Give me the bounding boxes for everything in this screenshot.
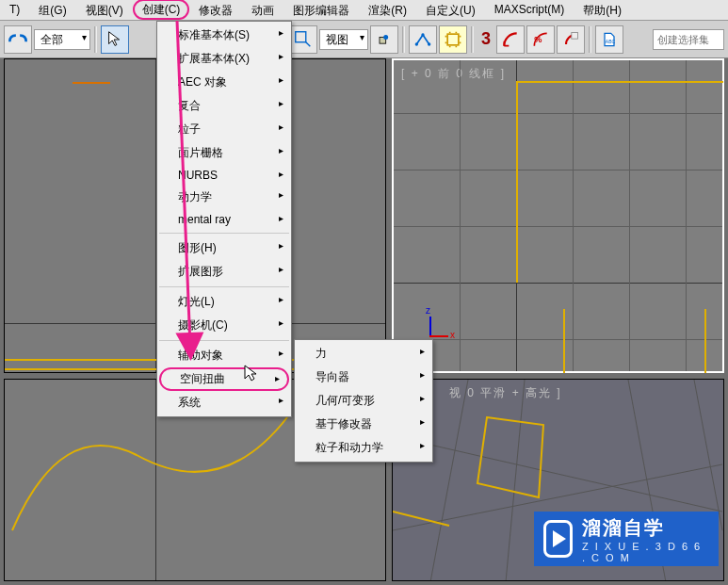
menu-cameras[interactable]: 摄影机(C) <box>157 314 291 337</box>
cursor-icon <box>243 364 260 382</box>
svg-point-2 <box>383 35 388 40</box>
menu-mentalray[interactable]: mental ray <box>157 209 291 230</box>
submenu-particles-dynamics[interactable]: 粒子和动力学 <box>295 436 432 460</box>
menu-shapes[interactable]: 图形(H) <box>157 236 291 260</box>
toolbar: 全部 视图 3 % ABC <box>0 21 728 58</box>
menu-lights[interactable]: 灯光(L) <box>157 290 291 314</box>
menu-separator <box>159 340 289 341</box>
link-icon[interactable] <box>4 25 32 54</box>
menu-helpers[interactable]: 辅助对象 <box>157 344 291 367</box>
menu-separator <box>159 233 289 234</box>
viewport-top-right[interactable]: [ + 0 前 0 线框 ] xz <box>392 58 724 373</box>
menu-customize[interactable]: 自定义(U) <box>416 0 485 20</box>
svg-point-4 <box>421 33 424 36</box>
snap-spinner-icon[interactable] <box>557 25 585 54</box>
axis-constraint-icon[interactable] <box>409 25 437 54</box>
watermark-title: 溜溜自学 <box>582 515 709 541</box>
menu-nurbs[interactable]: NURBS <box>157 165 291 186</box>
watermark: 溜溜自学 Z I X U E . 3 D 6 6 . C O M <box>534 512 719 566</box>
svg-point-3 <box>415 42 418 45</box>
menu-dynamics[interactable]: 动力学 <box>157 186 291 209</box>
menu-compound[interactable]: 复合 <box>157 94 291 118</box>
coord-icon[interactable] <box>289 25 317 54</box>
submenu-geo-deformable[interactable]: 几何/可变形 <box>295 389 432 413</box>
menu-render[interactable]: 渲染(R) <box>359 0 416 20</box>
play-icon <box>543 520 573 558</box>
menu-standard-primitives[interactable]: 标准基本体(S) <box>157 24 291 47</box>
pivot-icon[interactable] <box>370 25 398 54</box>
space-warp-submenu: 力 导向器 几何/可变形 基于修改器 粒子和动力学 <box>294 339 433 463</box>
svg-line-13 <box>506 380 525 580</box>
submenu-forces[interactable]: 力 <box>295 342 432 366</box>
menu-modifiers[interactable]: 修改器 <box>189 0 242 20</box>
menu-systems[interactable]: 系统 <box>157 391 291 414</box>
create-menu: 标准基本体(S) 扩展基本体(X) AEC 对象 复合 粒子 面片栅格 NURB… <box>156 21 292 417</box>
menu-t[interactable]: T) <box>0 0 29 20</box>
select-icon[interactable] <box>101 25 129 54</box>
svg-line-15 <box>694 380 722 530</box>
watermark-url: Z I X U E . 3 D 6 6 . C O M <box>582 541 709 563</box>
selection-set-input[interactable] <box>653 29 724 50</box>
toolbar-three: 3 <box>477 29 494 49</box>
select-object-icon[interactable] <box>439 25 467 54</box>
menu-maxscript[interactable]: MAXScript(M) <box>485 0 574 20</box>
menu-space-warp[interactable]: 空间扭曲 <box>159 367 289 391</box>
snap-percent-icon[interactable]: % <box>526 25 555 54</box>
menu-extended-primitives[interactable]: 扩展基本体(X) <box>157 47 291 71</box>
scope-dropdown[interactable]: 全部 <box>34 29 90 50</box>
svg-line-12 <box>430 380 468 580</box>
menu-help[interactable]: 帮助(H) <box>574 0 631 20</box>
svg-rect-0 <box>296 31 306 41</box>
svg-rect-8 <box>572 32 578 39</box>
submenu-modifier-based[interactable]: 基于修改器 <box>295 413 432 436</box>
svg-line-16 <box>393 512 449 526</box>
toolbar-sep <box>589 26 591 53</box>
menu-patch-grids[interactable]: 面片栅格 <box>157 141 291 165</box>
toolbar-sep <box>94 26 97 53</box>
view-dropdown[interactable]: 视图 <box>319 29 368 50</box>
menubar: T) 组(G) 视图(V) 创建(C) 修改器 动画 图形编辑器 渲染(R) 自… <box>0 0 728 21</box>
svg-point-5 <box>428 42 430 45</box>
menu-particles[interactable]: 粒子 <box>157 118 291 141</box>
menu-separator <box>159 286 289 287</box>
menu-aec-objects[interactable]: AEC 对象 <box>157 71 291 94</box>
menu-view[interactable]: 视图(V) <box>76 0 133 20</box>
named-sel-icon[interactable]: ABC <box>595 25 623 54</box>
svg-text:ABC: ABC <box>606 39 616 44</box>
viewport-area: [ + 0 前 0 线框 ] xz 视 0 平滑 + 高光 ] <box>0 58 728 585</box>
toolbar-sep <box>471 26 474 53</box>
menu-group[interactable]: 组(G) <box>29 0 75 20</box>
toolbar-sep <box>402 26 405 53</box>
menu-graph-editors[interactable]: 图形编辑器 <box>283 0 359 20</box>
viewport-label-front: [ + 0 前 0 线框 ] <box>401 66 506 82</box>
menu-extended-shapes[interactable]: 扩展图形 <box>157 260 291 284</box>
snap-angle-icon[interactable] <box>496 25 525 54</box>
menu-animation[interactable]: 动画 <box>242 0 283 20</box>
menu-create[interactable]: 创建(C) <box>133 0 190 20</box>
submenu-deflectors[interactable]: 导向器 <box>295 366 432 389</box>
svg-rect-6 <box>447 34 459 45</box>
